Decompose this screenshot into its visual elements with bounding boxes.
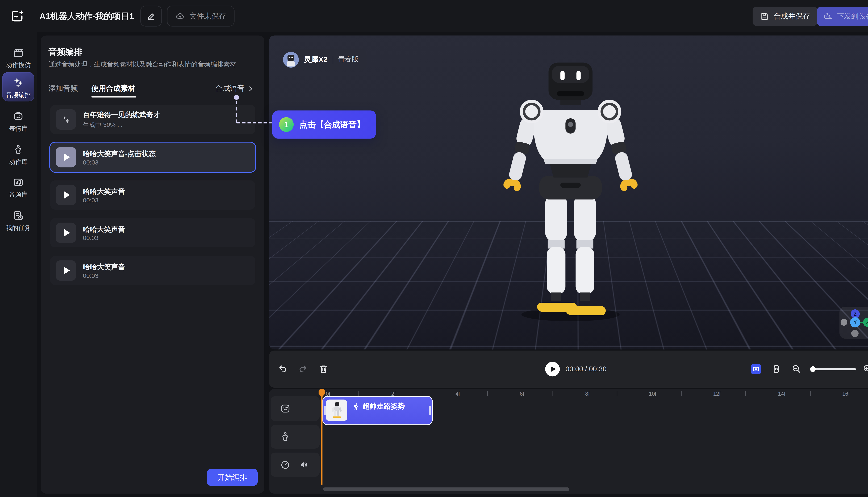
ruler-tick — [810, 391, 811, 396]
timeline-horizontal-scrollbar[interactable] — [323, 487, 570, 491]
play-button[interactable] — [56, 185, 76, 205]
tab-add-audio[interactable]: 添加音频 — [48, 84, 78, 94]
cloud-icon — [175, 11, 185, 21]
panel-description: 通过音频处理，生成音频素材以及融合动作和表情的音频编排素材 — [48, 60, 236, 69]
nav-item-expression-library[interactable]: 表情库 — [2, 110, 34, 133]
undo-button[interactable] — [278, 364, 288, 374]
nav-label: 音频库 — [9, 190, 28, 199]
play-button[interactable] — [545, 362, 560, 377]
play-icon — [64, 229, 70, 237]
robot-3d-viewport[interactable]: 灵犀X2 青春版 Z X Y — [269, 36, 868, 350]
axis-neg-x-handle[interactable] — [841, 319, 848, 326]
robot-avatar — [283, 52, 299, 67]
task-list-clock-icon — [12, 210, 24, 222]
expression-track-header[interactable] — [271, 396, 320, 421]
audio-item-title: 哈哈大笑声音 — [83, 224, 125, 235]
synthesize-voice-label: 合成语音 — [215, 84, 245, 94]
playhead-handle[interactable] — [319, 389, 325, 397]
audio-item[interactable]: 哈哈大笑声音 00:03 — [50, 256, 255, 285]
nav-label: 我的任务 — [6, 224, 31, 232]
nav-label: 表情库 — [9, 125, 28, 133]
axis-y-handle[interactable]: Y — [850, 317, 860, 327]
dial-icon — [280, 459, 291, 470]
ruler-label: 2f — [391, 390, 396, 397]
step-number-badge: 1 — [279, 117, 294, 132]
action-track-header[interactable] — [271, 425, 320, 449]
ruler-label: 0f — [326, 390, 330, 397]
guide-step-label: 点击【合成语音】 — [299, 119, 365, 130]
clip-trim-handle-right[interactable] — [429, 406, 431, 415]
ruler-label: 14f — [778, 390, 785, 397]
nav-label: 音频编排 — [6, 91, 31, 99]
robot-download-icon — [823, 12, 832, 21]
nav-item-audio-library[interactable]: 音频库 — [2, 176, 34, 199]
start-arrange-button[interactable]: 开始编排 — [207, 469, 257, 486]
audio-item-duration: 00:03 — [83, 197, 125, 204]
audio-item-status: 生成中 30% ... — [83, 120, 160, 129]
ruler-label: 6f — [520, 390, 524, 397]
audio-item-selected[interactable]: 哈哈大笑声音-点击状态 00:03 — [50, 143, 255, 172]
axis-gizmo[interactable]: Z X Y — [839, 307, 868, 339]
ruler-tick — [358, 391, 359, 396]
playhead-line[interactable] — [321, 390, 322, 485]
audio-item[interactable]: 哈哈大笑声音 00:03 — [50, 218, 255, 247]
guide-connector-horizontal — [237, 122, 272, 123]
timeline-clip-walk-pose[interactable]: 超帅走路姿势 — [323, 397, 432, 424]
nav-item-motion-mimic[interactable]: 动作模仿 — [2, 47, 34, 69]
insert-track-button[interactable] — [751, 364, 761, 374]
ruler-tick — [487, 391, 488, 396]
face-wink-icon — [280, 403, 291, 414]
ruler-tick — [552, 391, 552, 396]
rename-project-button[interactable] — [140, 5, 162, 26]
audio-item-duration: 00:03 — [83, 235, 125, 241]
axis-x-handle[interactable]: X — [863, 318, 868, 327]
chevron-right-icon — [247, 85, 254, 92]
active-tab-underline — [91, 96, 137, 97]
axis-neg-z-handle[interactable] — [851, 330, 859, 337]
play-icon — [550, 366, 556, 372]
left-nav-rail: 动作模仿 音频编排 表情库 动作库 — [0, 32, 37, 497]
play-button[interactable] — [56, 147, 76, 168]
top-bar: A1机器人动作-我的项目1 文件未保存 合成并保存 下发到设备 — [0, 0, 868, 32]
robot-face-icon — [12, 110, 24, 122]
play-button[interactable] — [56, 260, 76, 281]
audio-item-title: 哈哈大笑声音 — [83, 262, 125, 272]
synthesize-save-button[interactable]: 合成并保存 — [753, 7, 817, 26]
audio-item-generating[interactable]: 百年难得一见的练武奇才 生成中 30% ... — [50, 105, 255, 134]
synthesize-voice-link[interactable]: 合成语音 — [215, 84, 254, 94]
audio-item-duration: 00:03 — [83, 272, 125, 279]
audio-item-title: 哈哈大笑声音-点击状态 — [83, 148, 156, 159]
deploy-to-device-button[interactable]: 下发到设备 — [817, 7, 868, 26]
file-status-badge: 文件未保存 — [167, 5, 235, 26]
ruler-label: 8f — [585, 390, 590, 397]
tab-use-synth-material[interactable]: 使用合成素材 — [91, 84, 135, 94]
play-icon — [64, 153, 70, 161]
play-button[interactable] — [56, 223, 76, 243]
zoom-out-button[interactable] — [792, 364, 801, 374]
music-frame-icon — [12, 176, 24, 188]
nav-item-action-library[interactable]: 动作库 — [2, 144, 34, 166]
deploy-to-device-label: 下发到设备 — [837, 11, 868, 22]
audio-item[interactable]: 哈哈大笑声音 00:03 — [50, 180, 255, 210]
zoom-in-button[interactable] — [863, 364, 868, 374]
nav-label: 动作库 — [9, 158, 28, 166]
fit-clip-button[interactable] — [771, 364, 781, 374]
robot-model[interactable] — [486, 59, 655, 330]
timeline-zoom-slider[interactable] — [811, 368, 856, 370]
guide-anchor-dot — [234, 95, 239, 100]
nav-item-audio-arrange[interactable]: 音频编排 — [2, 72, 34, 101]
clip-thumbnail — [326, 399, 347, 421]
app-window: A1机器人动作-我的项目1 文件未保存 合成并保存 下发到设备 — [0, 0, 868, 497]
audio-track-header[interactable] — [271, 453, 320, 477]
nav-item-my-tasks[interactable]: 我的任务 — [2, 210, 34, 232]
clip-trim-handle-left[interactable] — [324, 406, 326, 415]
delete-button[interactable] — [319, 364, 328, 374]
project-title: A1机器人动作-我的项目1 — [39, 0, 134, 32]
axis-z-handle[interactable]: Z — [851, 309, 860, 318]
pencil-icon — [146, 12, 156, 20]
play-icon — [64, 191, 70, 199]
audio-arrange-panel: 音频编排 通过音频处理，生成音频素材以及融合动作和表情的音频编排素材 添加音频 … — [41, 36, 264, 494]
redo-button[interactable] — [298, 364, 308, 374]
slider-knob[interactable] — [810, 366, 816, 372]
nav-label: 动作模仿 — [6, 61, 31, 69]
